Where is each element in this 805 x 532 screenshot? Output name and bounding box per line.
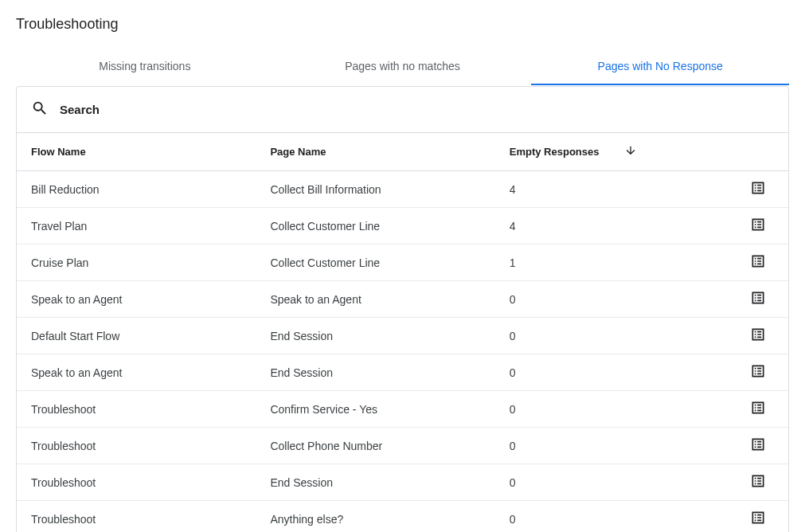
cell-flow-name: Travel Plan	[17, 208, 256, 244]
view-details-button[interactable]	[750, 473, 766, 491]
view-details-button[interactable]	[750, 217, 766, 235]
table-row: Default Start FlowEnd Session0	[17, 318, 788, 354]
cell-page-name: End Session	[256, 464, 494, 501]
cell-flow-name: Troubleshoot	[17, 428, 256, 464]
cell-flow-name: Default Start Flow	[17, 318, 256, 354]
view-details-button[interactable]	[750, 510, 766, 528]
table-row: TroubleshootEnd Session0	[17, 464, 788, 501]
table-row: Speak to an AgentSpeak to an Agent0	[17, 281, 788, 318]
column-header-page-name[interactable]: Page Name	[256, 133, 494, 171]
view-details-button[interactable]	[750, 363, 766, 381]
search-icon	[31, 100, 49, 119]
cell-flow-name: Bill Reduction	[17, 171, 256, 208]
cell-empty-responses: 0	[495, 318, 711, 354]
list-icon	[750, 400, 766, 418]
view-details-button[interactable]	[750, 180, 766, 198]
cell-action	[711, 354, 788, 391]
list-icon	[750, 327, 766, 345]
cell-page-name: Confirm Service - Yes	[256, 391, 494, 428]
search-label: Search	[60, 103, 100, 116]
cell-flow-name: Speak to an Agent	[17, 354, 256, 391]
cell-action	[711, 171, 788, 208]
view-details-button[interactable]	[750, 400, 766, 418]
cell-empty-responses: 0	[495, 428, 711, 464]
cell-action	[711, 391, 788, 428]
list-icon	[750, 253, 766, 272]
column-header-empty-responses-label: Empty Responses	[510, 146, 600, 158]
table-row: Speak to an AgentEnd Session0	[17, 354, 788, 391]
table-row: Travel PlanCollect Customer Line4	[17, 208, 788, 244]
cell-flow-name: Troubleshoot	[17, 391, 256, 428]
cell-flow-name: Troubleshoot	[17, 464, 256, 501]
list-icon	[750, 363, 766, 381]
list-icon	[750, 180, 766, 198]
cell-empty-responses: 0	[495, 281, 711, 318]
cell-page-name: Collect Bill Information	[256, 171, 494, 208]
table-row: TroubleshootConfirm Service - Yes0	[17, 391, 788, 428]
view-details-button[interactable]	[750, 253, 766, 272]
sort-descending-icon	[624, 144, 637, 159]
cell-page-name: End Session	[256, 318, 494, 354]
table-row: TroubleshootCollect Phone Number0	[17, 428, 788, 464]
column-header-action	[711, 133, 788, 171]
cell-action	[711, 281, 788, 318]
column-header-empty-responses[interactable]: Empty Responses	[495, 133, 711, 171]
cell-action	[711, 208, 788, 244]
cell-action	[711, 318, 788, 354]
cell-flow-name: Cruise Plan	[17, 244, 256, 281]
cell-page-name: Collect Customer Line	[256, 244, 494, 281]
cell-page-name: End Session	[256, 354, 494, 391]
cell-action	[711, 501, 788, 533]
view-details-button[interactable]	[750, 436, 766, 455]
cell-action	[711, 244, 788, 281]
list-icon	[750, 217, 766, 235]
list-icon	[750, 436, 766, 455]
tab-pages-no-matches[interactable]: Pages with no matches	[274, 49, 532, 85]
table-row: Bill ReductionCollect Bill Information4	[17, 171, 788, 208]
table-row: TroubleshootAnything else?0	[17, 501, 788, 533]
cell-empty-responses: 1	[495, 244, 711, 281]
cell-empty-responses: 0	[495, 501, 711, 533]
column-header-flow-name[interactable]: Flow Name	[17, 133, 256, 171]
cell-empty-responses: 4	[495, 208, 711, 244]
cell-flow-name: Speak to an Agent	[17, 281, 256, 318]
cell-page-name: Collect Phone Number	[256, 428, 494, 464]
tab-pages-no-response[interactable]: Pages with No Response	[531, 49, 789, 85]
cell-empty-responses: 4	[495, 171, 711, 208]
view-details-button[interactable]	[750, 290, 766, 308]
cell-action	[711, 428, 788, 464]
cell-page-name: Speak to an Agent	[256, 281, 494, 318]
cell-action	[711, 464, 788, 501]
list-icon	[750, 473, 766, 491]
page-title: Troubleshooting	[16, 16, 789, 33]
cell-empty-responses: 0	[495, 464, 711, 501]
table-row: Cruise PlanCollect Customer Line1	[17, 244, 788, 281]
search-bar[interactable]: Search	[17, 87, 788, 133]
cell-page-name: Anything else?	[256, 501, 494, 533]
tabs-container: Missing transitions Pages with no matche…	[16, 49, 789, 86]
cell-empty-responses: 0	[495, 354, 711, 391]
list-icon	[750, 510, 766, 528]
cell-page-name: Collect Customer Line	[256, 208, 494, 244]
cell-empty-responses: 0	[495, 391, 711, 428]
cell-flow-name: Troubleshoot	[17, 501, 256, 533]
results-table: Flow Name Page Name Empty Responses Bill…	[17, 133, 788, 532]
results-card: Search Flow Name Page Name Empty Respons…	[16, 86, 789, 532]
tab-missing-transitions[interactable]: Missing transitions	[16, 49, 274, 85]
list-icon	[750, 290, 766, 308]
view-details-button[interactable]	[750, 327, 766, 345]
